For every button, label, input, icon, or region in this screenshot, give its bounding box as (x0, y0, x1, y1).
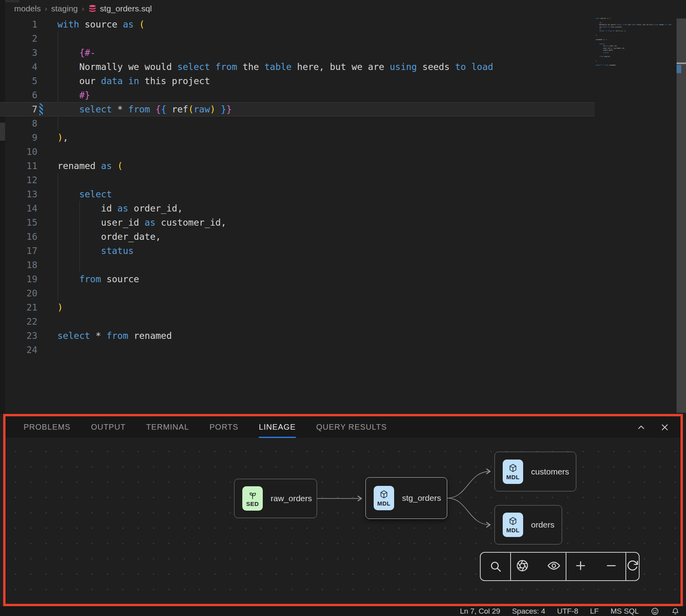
code-line[interactable]: 12 (0, 173, 595, 187)
code-area[interactable]: 1with source as (23 {#-4 Normally we wou… (0, 17, 595, 357)
status-encoding[interactable]: UTF-8 (557, 607, 578, 616)
visibility-button[interactable] (547, 559, 561, 574)
notifications-button[interactable] (671, 607, 680, 616)
bottom-panel-highlighted: PROBLEMSOUTPUTTERMINALPORTSLINEAGEQUERY … (3, 414, 683, 606)
code-line[interactable]: 21) (0, 300, 595, 314)
node-badge: MDL (503, 513, 523, 537)
lineage-node-orders[interactable]: MDLorders (494, 505, 562, 544)
code-text (37, 31, 57, 46)
code-line[interactable]: 1with source as ( (0, 17, 595, 31)
status-indentation[interactable]: Spaces: 4 (512, 607, 546, 616)
code-line[interactable]: 17 status (0, 244, 595, 258)
code-line[interactable]: 9), (0, 131, 595, 145)
lineage-node-stg_orders[interactable]: MDLstg_orders (365, 477, 447, 519)
tab-lineage[interactable]: LINEAGE (259, 416, 296, 438)
status-language-mode[interactable]: MS SQL (610, 607, 639, 616)
code-line[interactable]: 3 {#- (0, 46, 595, 60)
status-eol-sequence[interactable]: LF (590, 607, 599, 616)
line-number: 22 (0, 314, 37, 329)
tab-terminal[interactable]: TERMINAL (146, 416, 189, 438)
code-text: with source as ( (37, 17, 145, 31)
panel-tabs-bar: PROBLEMSOUTPUTTERMINALPORTSLINEAGEQUERY … (6, 416, 680, 438)
refresh-icon (626, 559, 639, 572)
modified-line-marker (39, 103, 43, 115)
feedback-button[interactable] (651, 607, 659, 616)
code-line[interactable]: 18 (0, 258, 595, 272)
line-number: 14 (0, 201, 37, 215)
breadcrumb-item-models[interactable]: models (14, 4, 41, 13)
chevron-up-icon (636, 423, 646, 432)
code-line[interactable]: 13 select (0, 187, 595, 201)
vscode-window: models › staging › stg_orders.sql 1with … (0, 0, 686, 616)
tab-query-results[interactable]: QUERY RESULTS (316, 416, 387, 438)
line-number: 24 (0, 343, 37, 357)
line-number: 23 (0, 329, 37, 343)
minimap-line (596, 66, 673, 68)
line-number: 19 (0, 272, 37, 286)
zoom-in-icon (574, 559, 587, 572)
code-line[interactable]: 11renamed as ( (0, 159, 595, 173)
lineage-node-customers[interactable]: MDLcustomers (494, 452, 576, 491)
code-line[interactable]: 16 order_date, (0, 230, 595, 244)
code-text: ) (37, 300, 63, 314)
code-text (37, 286, 57, 300)
code-line[interactable]: 22 (0, 314, 595, 329)
code-text: Normally we would select from the table … (37, 60, 493, 74)
edge-stg-to-customers (447, 471, 490, 498)
code-line[interactable]: 6 #} (0, 88, 595, 102)
code-line[interactable]: 4 Normally we would select from the tabl… (0, 60, 595, 74)
node-label: raw_orders (271, 494, 312, 503)
code-line[interactable]: 20 (0, 286, 595, 300)
feedback-smiley-icon (651, 607, 659, 616)
breadcrumb-item-staging[interactable]: staging (51, 4, 78, 13)
cube-icon (508, 516, 518, 526)
line-number: 3 (0, 46, 37, 60)
tab-problems[interactable]: PROBLEMS (24, 416, 70, 438)
code-text: #} (37, 88, 90, 102)
line-number: 9 (0, 131, 37, 145)
code-line[interactable]: 19 from source (0, 272, 595, 286)
maximize-panel-button[interactable] (636, 423, 646, 432)
code-text (37, 116, 57, 131)
code-line[interactable]: 23select * from renamed (0, 329, 595, 343)
close-panel-button[interactable] (660, 423, 669, 432)
line-number: 18 (0, 258, 37, 272)
tab-output[interactable]: OUTPUT (91, 416, 125, 438)
scrollbar-thumb[interactable] (677, 18, 686, 413)
status-cursor-position[interactable]: Ln 7, Col 29 (460, 607, 500, 616)
code-line[interactable]: 24 (0, 343, 595, 357)
lineage-canvas[interactable]: SEDraw_orders MDLstg_orders MDLcustomers… (6, 438, 680, 604)
code-line[interactable]: 7 select * from {{ ref(raw) }} (0, 102, 595, 116)
line-number: 16 (0, 230, 37, 244)
cube-icon (508, 463, 518, 473)
search-button[interactable] (481, 553, 510, 580)
code-line[interactable]: 15 user_id as customer_id, (0, 215, 595, 230)
node-label: customers (531, 467, 569, 476)
code-line[interactable]: 5 our data in this project (0, 74, 595, 88)
zoom-out-icon (605, 559, 618, 572)
editor-pane[interactable]: models › staging › stg_orders.sql 1with … (0, 0, 686, 414)
zoom-in-button[interactable] (574, 559, 587, 574)
line-number: 12 (0, 173, 37, 187)
line-number: 5 (0, 74, 37, 88)
code-line[interactable]: 8 (0, 116, 595, 131)
seed-icon (247, 490, 258, 500)
minimap[interactable]: with source as ( {#- Normally we would s… (596, 17, 673, 72)
code-text: order_date, (37, 230, 161, 244)
node-badge: MDL (374, 486, 394, 510)
code-line[interactable]: 2 (0, 31, 595, 46)
code-line[interactable]: 14 id as order_id, (0, 201, 595, 215)
refresh-button[interactable] (626, 559, 639, 574)
overview-ruler[interactable] (677, 0, 686, 414)
line-number: 1 (0, 17, 37, 31)
code-text: select * from {{ ref(raw) }} (37, 102, 232, 116)
zoom-out-button[interactable] (605, 559, 618, 574)
line-number: 7 (0, 102, 37, 116)
snapshot-button[interactable] (516, 559, 529, 574)
tab-ports[interactable]: PORTS (210, 416, 239, 438)
node-label: orders (531, 520, 555, 530)
lineage-node-raw_orders[interactable]: SEDraw_orders (234, 479, 317, 518)
line-number: 21 (0, 300, 37, 314)
code-line[interactable]: 10 (0, 145, 595, 159)
breadcrumb-file[interactable]: stg_orders.sql (88, 4, 152, 13)
